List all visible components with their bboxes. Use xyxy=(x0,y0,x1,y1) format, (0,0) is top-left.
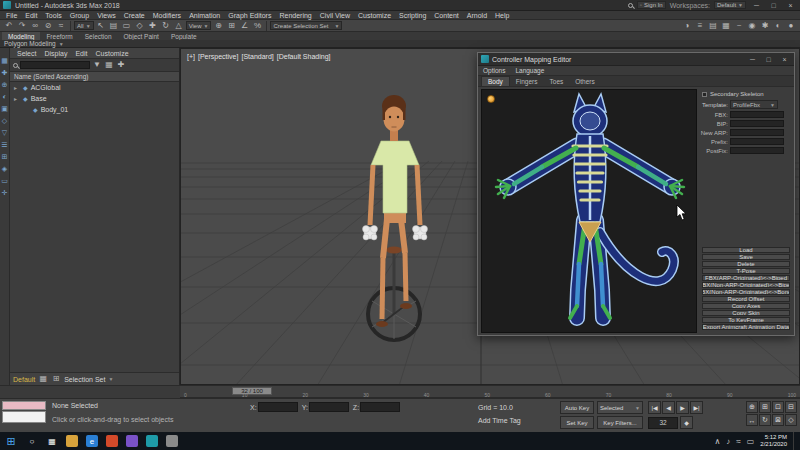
selection-set-label[interactable]: Selection Set xyxy=(64,376,105,383)
named-selection-set-field[interactable]: Create Selection Set▼ xyxy=(270,21,342,30)
z-coordinate-input[interactable] xyxy=(360,402,400,412)
search-icon[interactable]: ○ xyxy=(26,435,38,447)
display-mode-icon[interactable]: ▦ xyxy=(104,60,114,71)
chrome-browser-icon[interactable] xyxy=(106,435,118,447)
field-input[interactable] xyxy=(730,129,784,136)
percent-snap-icon[interactable]: % xyxy=(251,20,263,31)
search-icon[interactable] xyxy=(628,3,633,8)
file-explorer-icon[interactable] xyxy=(66,435,78,447)
x-coordinate-input[interactable] xyxy=(258,402,298,412)
explorer-menu-item[interactable]: Select xyxy=(13,50,40,57)
viewport-label-segment[interactable]: [Default Shading] xyxy=(277,53,331,60)
hierarchy-icon[interactable]: ◐ xyxy=(0,92,9,101)
select-object-icon[interactable]: ↖ xyxy=(95,20,107,31)
key-filters-button[interactable]: Key Filters... xyxy=(597,416,643,429)
align-icon[interactable]: ≡ xyxy=(694,20,706,31)
dialog-button[interactable]: FBX(Non-ARP-Originated)<->Biped xyxy=(702,282,790,288)
menu-item[interactable]: Group xyxy=(66,12,93,19)
menu-item[interactable]: Graph Editors xyxy=(224,12,275,19)
undo-icon[interactable]: ↶ xyxy=(3,20,15,31)
key-mode-dropdown[interactable]: Selected▼ xyxy=(597,401,643,414)
add-time-tag[interactable]: Add Time Tag xyxy=(478,417,521,424)
explorer-column-header[interactable]: Name (Sorted Ascending) xyxy=(10,72,179,82)
use-pivot-center-icon[interactable]: ⊕ xyxy=(212,20,224,31)
menu-item[interactable]: Customize xyxy=(354,12,395,19)
menu-item[interactable]: Help xyxy=(491,12,513,19)
rectangular-region-icon[interactable]: ▭ xyxy=(121,20,133,31)
explorer-search-input[interactable] xyxy=(20,61,90,69)
notepad-icon[interactable] xyxy=(166,435,178,447)
skeleton-preview-canvas[interactable] xyxy=(481,89,697,333)
minimize-button[interactable]: ─ xyxy=(746,55,759,64)
unlink-selection-icon[interactable]: ⊘ xyxy=(42,20,54,31)
dialog-button[interactable]: Copy Skin xyxy=(702,310,790,316)
dialog-menu-item[interactable]: Options xyxy=(478,67,510,74)
field-input[interactable] xyxy=(730,120,784,127)
menu-item[interactable]: Arnold xyxy=(463,12,491,19)
taskbar-clock[interactable]: 5:12 PM 2/21/2020 xyxy=(760,434,787,448)
tray-expand-icon[interactable]: ∧ xyxy=(714,437,720,446)
dialog-button[interactable]: To KeyFrame xyxy=(702,317,790,323)
secondary-skeleton-checkbox[interactable] xyxy=(702,92,707,97)
ribbon-panel-label[interactable]: Polygon Modeling xyxy=(4,40,56,47)
dialog-button[interactable]: Copy Axes xyxy=(702,303,790,309)
dialog-button[interactable]: Record Offset xyxy=(702,296,790,302)
zoom-all-icon[interactable]: ⊞ xyxy=(759,401,771,413)
edge-browser-icon[interactable]: e xyxy=(86,435,98,447)
previous-frame-icon[interactable]: ◀ xyxy=(662,401,675,414)
display-icon[interactable]: ◇ xyxy=(0,116,9,125)
battery-icon[interactable]: ▭ xyxy=(747,437,755,446)
grid-display-icon[interactable]: ▦ xyxy=(38,374,48,385)
maximize-button[interactable]: □ xyxy=(767,1,780,10)
scene-explorer-toggle-icon[interactable]: ▦ xyxy=(720,20,732,31)
maximize-button[interactable]: □ xyxy=(762,55,775,64)
maxscript-listener-field[interactable] xyxy=(2,411,46,423)
chevron-down-icon[interactable]: ▼ xyxy=(59,41,64,47)
expand-arrow-icon[interactable]: ▸ xyxy=(14,95,20,102)
dialog-tab[interactable]: Toes xyxy=(544,76,570,86)
window-crossing-icon[interactable]: ◇ xyxy=(134,20,146,31)
selection-filter-dropdown[interactable]: All▼ xyxy=(74,21,94,30)
select-scale-icon[interactable]: △ xyxy=(173,20,185,31)
menu-icon[interactable]: ☰ xyxy=(0,140,9,149)
filter-icon[interactable]: ▼ xyxy=(92,60,102,71)
network-icon[interactable]: ≈ xyxy=(736,437,740,446)
scene-explorer-row[interactable]: ◆ Body_01 xyxy=(10,104,179,115)
region-icon[interactable]: ▭ xyxy=(0,176,9,185)
field-input[interactable] xyxy=(730,147,784,154)
zoom-region-icon[interactable]: ⊟ xyxy=(785,401,797,413)
auto-key-button[interactable]: Auto Key xyxy=(560,401,594,414)
scene-explorer-row[interactable]: ▸ ◆ ACGlobal xyxy=(10,82,179,93)
workspaces-dropdown[interactable]: Default ▼ xyxy=(714,1,746,9)
create-icon[interactable]: ✚ xyxy=(0,68,9,77)
utilities-icon[interactable]: ▽ xyxy=(0,128,9,137)
ribbon-tab[interactable]: Object Paint xyxy=(118,32,165,40)
chevron-down-icon[interactable]: ▼ xyxy=(108,376,113,382)
character-model[interactable] xyxy=(339,83,451,347)
template-dropdown[interactable]: ProfileFbx ▼ xyxy=(730,100,778,109)
select-rotate-icon[interactable]: ↻ xyxy=(160,20,172,31)
dialog-tab[interactable]: Others xyxy=(569,76,601,86)
render-setup-icon[interactable]: ✱ xyxy=(759,20,771,31)
reference-coordinate-dropdown[interactable]: View▼ xyxy=(186,21,212,30)
dialog-button[interactable]: Save xyxy=(702,254,790,260)
material-editor-icon[interactable]: ◉ xyxy=(746,20,758,31)
field-input[interactable] xyxy=(730,138,784,145)
minimize-button[interactable]: ─ xyxy=(750,1,763,10)
field-of-view-icon[interactable]: ◇ xyxy=(785,414,797,426)
add-item-icon[interactable]: ✚ xyxy=(116,60,126,71)
add-icon[interactable]: ✛ xyxy=(0,188,9,197)
viewport-label-segment[interactable]: [Standard] xyxy=(241,53,273,60)
select-link-icon[interactable]: ∞ xyxy=(29,20,41,31)
render-icon[interactable]: ● xyxy=(785,20,797,31)
select-move-icon[interactable]: ✚ xyxy=(147,20,159,31)
viewport-label-segment[interactable]: [Perspective] xyxy=(198,53,238,60)
zoom-icon[interactable]: ⊕ xyxy=(746,401,758,413)
ribbon-tab[interactable]: Freeform xyxy=(40,32,78,40)
motion-icon[interactable]: ▣ xyxy=(0,104,9,113)
angle-snap-icon[interactable]: ∠ xyxy=(238,20,250,31)
add-set-icon[interactable]: ⊞ xyxy=(51,374,61,385)
viewport-label-segment[interactable]: [+] xyxy=(187,53,195,60)
layer-manager-icon[interactable]: ▤ xyxy=(707,20,719,31)
time-slider[interactable]: 32 / 100 0102030405060708090100 xyxy=(180,385,800,398)
